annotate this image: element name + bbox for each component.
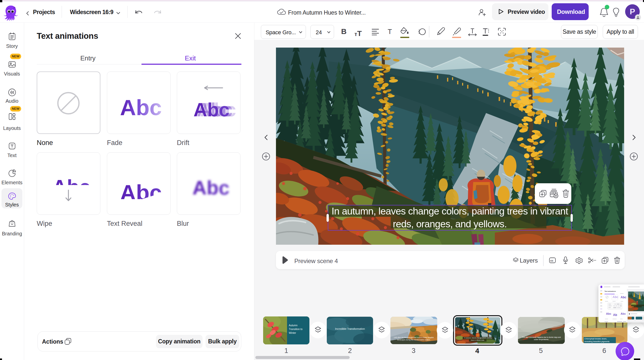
svg-text:Abc: Abc <box>192 177 229 199</box>
svg-text:Abc: Abc <box>120 95 162 120</box>
svg-text:Abc: Abc <box>120 180 162 205</box>
svg-text:Abc: Abc <box>193 99 230 120</box>
svg-text:Abc: Abc <box>52 176 90 198</box>
svg-text:cc: cc <box>550 259 553 262</box>
